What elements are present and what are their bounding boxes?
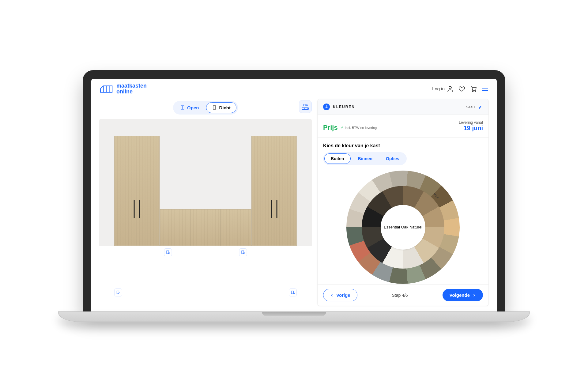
opening-note-top-left[interactable]: [164, 248, 172, 256]
view-open-label: Open: [187, 105, 199, 110]
wishlist-button[interactable]: [458, 85, 466, 92]
color-wheel[interactable]: Essential Oak Naturel MDF: [346, 171, 460, 284]
prev-button[interactable]: Vorige: [323, 289, 357, 301]
step-indicator: Stap 4/6: [392, 293, 408, 298]
note-icon: [241, 250, 245, 254]
login-button[interactable]: Log in: [432, 85, 454, 92]
edit-kast-button[interactable]: KAST: [466, 104, 483, 109]
sidebar-body: Kies de kleur van je kast Buiten Binnen …: [318, 138, 488, 284]
body-title: Kies de kleur van je kast: [323, 143, 483, 149]
edit-kast-label: KAST: [466, 105, 476, 109]
view-closed-button[interactable]: Dicht: [206, 102, 236, 113]
door-open-icon: [180, 105, 185, 110]
view-closed-label: Dicht: [219, 105, 231, 110]
brand-line2: online: [116, 89, 147, 95]
brand-line1: maatkasten: [116, 83, 147, 89]
svg-point-4: [473, 91, 473, 92]
user-icon: [447, 85, 454, 92]
wardrobe-canvas[interactable]: [99, 119, 312, 306]
menu-button[interactable]: [481, 85, 489, 92]
cart-icon: [470, 85, 477, 92]
price-label: Prijs: [323, 124, 338, 132]
color-wheel-container: Essential Oak Naturel MDF: [323, 171, 483, 284]
chevron-right-icon: [472, 293, 476, 297]
brand-logo[interactable]: maatkasten online: [99, 83, 147, 95]
door-closed-icon: [212, 105, 217, 110]
floor-note-left[interactable]: [114, 288, 122, 296]
svg-point-5: [475, 91, 476, 92]
wardrobe-bridge: [160, 209, 251, 246]
subtab-options[interactable]: Opties: [380, 153, 405, 164]
configurator-sidebar: 4 KLEUREN KAST Prijs ✓: [317, 99, 489, 306]
svg-point-15: [243, 253, 245, 254]
next-button[interactable]: Volgende: [443, 289, 483, 301]
view-toggle-group: Open Dicht: [173, 101, 238, 115]
heart-icon: [458, 85, 466, 92]
floor-note-right[interactable]: [289, 288, 297, 296]
step-number-badge: 4: [323, 104, 330, 110]
price-meta: ✓ Incl. BTW en levering: [341, 126, 377, 130]
chevron-left-icon: [330, 293, 334, 297]
delivery-block: Levering vanaf 19 juni: [459, 120, 483, 132]
viewer-toolbar: Open Dicht cm: [99, 99, 312, 119]
wardrobe-left-tower: [114, 136, 160, 246]
pencil-icon: [478, 104, 483, 109]
hamburger-icon: [481, 85, 489, 92]
app-header: maatkasten online Log in: [91, 79, 497, 99]
content-area: Open Dicht cm: [91, 99, 497, 311]
measure-unit-label: cm: [303, 103, 308, 107]
cart-button[interactable]: [470, 85, 477, 92]
svg-rect-0: [103, 86, 112, 92]
check-icon: ✓: [341, 126, 344, 130]
mdf-label: MDF: [433, 192, 439, 200]
note-icon: [291, 290, 295, 295]
app-screen: maatkasten online Log in: [91, 79, 497, 311]
next-label: Volgende: [450, 292, 470, 298]
prev-label: Vorige: [336, 292, 350, 298]
note-icon: [166, 250, 170, 254]
color-subtabs: Buiten Binnen Opties: [323, 152, 407, 165]
subtab-outside[interactable]: Buiten: [324, 153, 351, 164]
view-open-button[interactable]: Open: [175, 102, 204, 113]
wardrobe-right-tower: [251, 136, 297, 246]
measurements-button[interactable]: cm: [299, 100, 312, 113]
laptop-bezel: maatkasten online Log in: [83, 70, 505, 311]
svg-point-3: [449, 86, 451, 89]
opening-note-top-right[interactable]: [239, 248, 247, 256]
delivery-label: Levering vanaf: [459, 120, 483, 125]
laptop-base: [58, 311, 530, 322]
login-label: Log in: [432, 86, 445, 91]
price-delivery-row: Prijs ✓ Incl. BTW en levering Levering v…: [318, 115, 488, 138]
subtab-inside[interactable]: Binnen: [352, 153, 379, 164]
sidebar-footer: Vorige Stap 4/6 Volgende: [318, 284, 488, 306]
delivery-date: 19 juni: [459, 125, 483, 132]
selected-color-name: Essential Oak Naturel: [381, 205, 425, 250]
laptop-frame: maatkasten online Log in: [83, 70, 505, 322]
wardrobe-model: [114, 136, 297, 246]
ruler-icon: [302, 107, 309, 110]
svg-rect-11: [213, 106, 216, 109]
step-label: KLEUREN: [333, 105, 355, 109]
viewer-panel: Open Dicht cm: [99, 99, 312, 306]
note-icon: [116, 290, 120, 295]
sidebar-header: 4 KLEUREN KAST: [318, 99, 488, 115]
logo-icon: [99, 84, 113, 94]
